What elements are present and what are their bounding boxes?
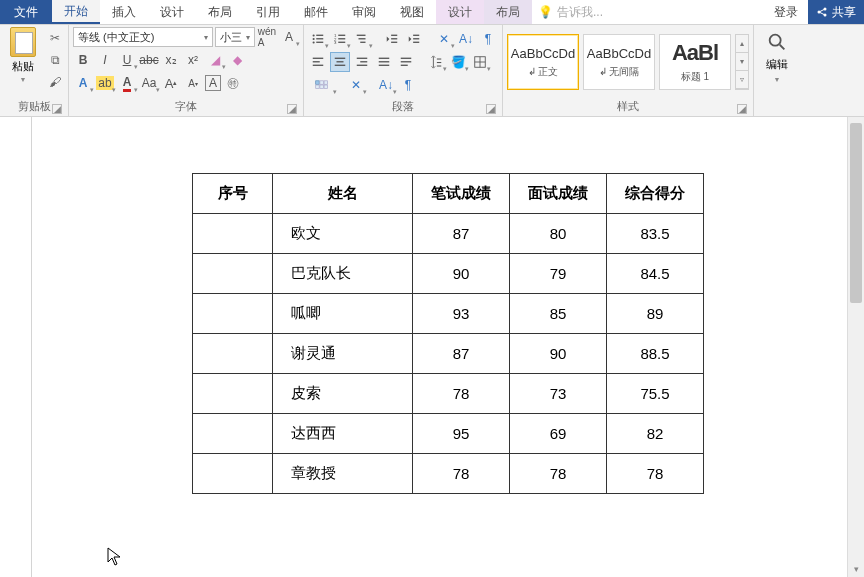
align-right-button[interactable] — [352, 52, 372, 72]
style-heading-1[interactable]: AaBl 标题 1 — [659, 34, 731, 90]
cell-written[interactable]: 90 — [413, 254, 510, 294]
cell-align-button[interactable] — [308, 75, 336, 95]
cell-total[interactable]: 89 — [607, 294, 704, 334]
paste-button[interactable]: 粘贴 — [12, 59, 34, 74]
table-row[interactable]: 谢灵通879088.5 — [193, 334, 704, 374]
line-spacing-button[interactable] — [426, 52, 446, 72]
cell-name[interactable]: 欧文 — [273, 214, 413, 254]
styles-dialog-launcher[interactable]: ◢ — [737, 104, 747, 114]
subscript-button[interactable]: x₂ — [161, 50, 181, 70]
cell-interview[interactable]: 79 — [510, 254, 607, 294]
cell-name[interactable]: 巴克队长 — [273, 254, 413, 294]
cell-written[interactable]: 78 — [413, 454, 510, 494]
file-tab[interactable]: 文件 — [0, 0, 52, 24]
cell-total[interactable]: 88.5 — [607, 334, 704, 374]
cell-total[interactable]: 75.5 — [607, 374, 704, 414]
font-size-combo[interactable]: 小三▾ — [215, 27, 255, 47]
enclose-char-button[interactable]: ㊕ — [223, 73, 243, 93]
editing-label[interactable]: 编辑 — [766, 57, 788, 72]
phonetic-guide-button[interactable]: ◆ — [227, 50, 247, 70]
cell-interview[interactable]: 69 — [510, 414, 607, 454]
cell-id[interactable] — [193, 214, 273, 254]
distribute-button[interactable] — [396, 52, 416, 72]
highlight-button[interactable]: ab — [95, 73, 115, 93]
superscript-button[interactable]: x² — [183, 50, 203, 70]
strikethrough-button[interactable]: abc — [139, 50, 159, 70]
grow-font-button[interactable]: wénA — [257, 27, 277, 47]
header-written[interactable]: 笔试成绩 — [413, 174, 510, 214]
table-row[interactable]: 达西西956982 — [193, 414, 704, 454]
cell-interview[interactable]: 78 — [510, 454, 607, 494]
font-name-combo[interactable]: 等线 (中文正文)▾ — [73, 27, 213, 47]
cell-id[interactable] — [193, 414, 273, 454]
tab-insert[interactable]: 插入 — [100, 0, 148, 24]
text-effects-button[interactable]: A — [73, 73, 93, 93]
justify-button[interactable] — [374, 52, 394, 72]
header-id[interactable]: 序号 — [193, 174, 273, 214]
align-center-button[interactable] — [330, 52, 350, 72]
cell-name[interactable]: 皮索 — [273, 374, 413, 414]
grow-font-button-2[interactable]: A▴ — [161, 73, 181, 93]
multilevel-list-button[interactable] — [352, 29, 372, 49]
tab-table-design[interactable]: 设计 — [436, 0, 484, 24]
align-left-button[interactable] — [308, 52, 328, 72]
tab-design[interactable]: 设计 — [148, 0, 196, 24]
tab-view[interactable]: 视图 — [388, 0, 436, 24]
table-row[interactable]: 欧文878083.5 — [193, 214, 704, 254]
cell-total[interactable]: 83.5 — [607, 214, 704, 254]
shading-button[interactable]: 🪣 — [448, 52, 468, 72]
cell-name[interactable]: 章教授 — [273, 454, 413, 494]
format-painter-button[interactable]: 🖌 — [46, 73, 64, 91]
cell-id[interactable] — [193, 374, 273, 414]
paragraph-dialog-launcher[interactable]: ◢ — [486, 104, 496, 114]
share-button[interactable]: 共享 — [808, 0, 864, 24]
tab-mailings[interactable]: 邮件 — [292, 0, 340, 24]
scores-table[interactable]: 序号 姓名 笔试成绩 面试成绩 综合得分 欧文878083.5 巴克队长9079… — [192, 173, 704, 494]
scroll-down-arrow[interactable]: ▾ — [848, 561, 864, 577]
text-direction-button[interactable]: ✕ — [346, 75, 366, 95]
clipboard-dialog-launcher[interactable]: ◢ — [52, 104, 62, 114]
style-normal[interactable]: AaBbCcDd ↲ 正文 — [507, 34, 579, 90]
underline-button[interactable]: U — [117, 50, 137, 70]
change-case-button[interactable]: A — [279, 27, 299, 47]
document-area[interactable]: 序号 姓名 笔试成绩 面试成绩 综合得分 欧文878083.5 巴克队长9079… — [0, 117, 864, 577]
header-total[interactable]: 综合得分 — [607, 174, 704, 214]
table-row[interactable]: 皮索787375.5 — [193, 374, 704, 414]
cell-total[interactable]: 78 — [607, 454, 704, 494]
cell-id[interactable] — [193, 254, 273, 294]
cell-interview[interactable]: 90 — [510, 334, 607, 374]
cell-interview[interactable]: 85 — [510, 294, 607, 334]
cell-name[interactable]: 呱唧 — [273, 294, 413, 334]
cell-written[interactable]: 95 — [413, 414, 510, 454]
tab-home[interactable]: 开始 — [52, 0, 100, 24]
cut-button[interactable]: ✂ — [46, 29, 64, 47]
cell-total[interactable]: 84.5 — [607, 254, 704, 294]
decrease-indent-button[interactable] — [382, 29, 402, 49]
cell-id[interactable] — [193, 454, 273, 494]
tell-me[interactable]: 💡 告诉我... — [532, 0, 764, 24]
tab-layout[interactable]: 布局 — [196, 0, 244, 24]
cell-name[interactable]: 达西西 — [273, 414, 413, 454]
bullets-button[interactable] — [308, 29, 328, 49]
char-shading-button[interactable]: Aa — [139, 73, 159, 93]
tab-references[interactable]: 引用 — [244, 0, 292, 24]
cell-written[interactable]: 87 — [413, 334, 510, 374]
char-border-button[interactable]: A — [205, 75, 221, 91]
font-dialog-launcher[interactable]: ◢ — [287, 104, 297, 114]
paste-icon[interactable] — [10, 27, 36, 57]
table-row[interactable]: 章教授787878 — [193, 454, 704, 494]
show-marks-button-2[interactable]: ¶ — [398, 75, 418, 95]
cell-interview[interactable]: 73 — [510, 374, 607, 414]
styles-expand[interactable]: ▿ — [736, 71, 748, 89]
clear-formatting-button[interactable]: ◢ — [205, 50, 225, 70]
font-color-button[interactable]: A — [117, 73, 137, 93]
sort-button-2[interactable]: A↓ — [376, 75, 396, 95]
table-row[interactable]: 巴克队长907984.5 — [193, 254, 704, 294]
cell-id[interactable] — [193, 334, 273, 374]
login-link[interactable]: 登录 — [764, 0, 808, 24]
table-row[interactable]: 呱唧938589 — [193, 294, 704, 334]
cell-id[interactable] — [193, 294, 273, 334]
table-header-row[interactable]: 序号 姓名 笔试成绩 面试成绩 综合得分 — [193, 174, 704, 214]
sort-button[interactable]: A↓ — [456, 29, 476, 49]
copy-button[interactable]: ⧉ — [46, 51, 64, 69]
